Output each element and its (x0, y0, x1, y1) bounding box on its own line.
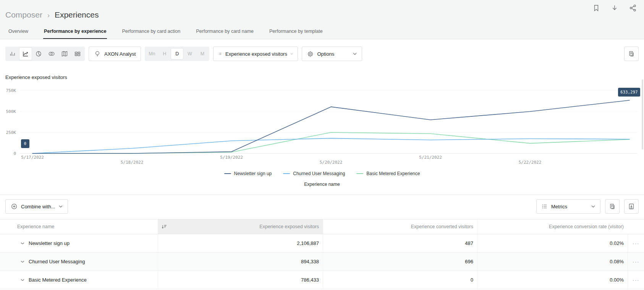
row-menu-button[interactable]: ··· (628, 271, 644, 289)
granularity-mn[interactable]: Mn (146, 48, 158, 60)
table-row[interactable]: Churned User Messaging 894,338 696 0.08%… (0, 253, 644, 271)
list-icon (218, 51, 222, 57)
experience-name-cell: Churned User Messaging (0, 253, 158, 271)
converted-visitors-value: 0 (323, 271, 477, 289)
gear-icon (307, 51, 314, 57)
granularity-w[interactable]: W (183, 48, 196, 60)
metric-selector-dropdown[interactable]: Experience exposed visitors (213, 47, 298, 61)
tab-performance-by-template[interactable]: Performance by template (269, 25, 324, 39)
column-header-experience-converted-visitors[interactable]: Experience converted visitors (323, 219, 477, 234)
tab-overview[interactable]: Overview (8, 25, 29, 39)
tab-performance-by-card-action[interactable]: Performance by card action (121, 25, 181, 39)
granularity-m[interactable]: M (196, 48, 209, 60)
x-tick-label: 5/19/2022 (220, 155, 243, 160)
column-header-label: Experience exposed visitors (259, 224, 319, 229)
breadcrumb-parent[interactable]: Composer (5, 10, 42, 19)
point-tooltip-value: 0 (24, 142, 27, 146)
sort-descending-icon (161, 224, 167, 230)
row-menu-button[interactable]: ··· (628, 253, 644, 271)
table-row[interactable]: Basic Metered Experience 786,433 0 0.00%… (0, 271, 644, 289)
breadcrumb: Composer › Experiences (5, 10, 99, 19)
legend-item-churned-user-messaging[interactable]: Churned User Messaging (283, 171, 345, 176)
chart-report-button[interactable] (624, 47, 639, 61)
combine-with-dropdown[interactable]: Combine with... (5, 199, 68, 214)
line-chart-icon[interactable] (19, 47, 32, 60)
map-chart-icon[interactable] (58, 47, 71, 60)
share-icon[interactable] (629, 4, 637, 12)
x-tick-label: 5/18/2022 (121, 160, 144, 165)
granularity-h[interactable]: H (158, 48, 171, 60)
venn-chart-icon[interactable] (45, 47, 58, 60)
experience-name: Basic Metered Experience (29, 277, 87, 283)
column-header-experience-name[interactable]: Experience name (0, 219, 158, 234)
bookmark-icon[interactable] (592, 4, 600, 12)
section-divider (0, 195, 644, 195)
legend-label: Churned User Messaging (293, 171, 345, 176)
composer-experiences-screen: Composer › Experiences Overview Performa… (0, 0, 644, 290)
metrics-label: Metrics (551, 204, 567, 209)
column-header-experience-conversion-rate[interactable]: Experience conversion rate (visitor) (477, 219, 628, 234)
column-header-experience-exposed-visitors[interactable]: Experience exposed visitors (158, 219, 323, 234)
conversion-rate-value: 0.08% (477, 253, 628, 271)
experience-name-cell: Newsletter sign up (0, 234, 158, 252)
table-row[interactable]: Newsletter sign up 2,106,887 487 0.02% ·… (0, 234, 644, 253)
legend-swatch (356, 173, 363, 174)
download-file-icon (628, 203, 635, 210)
row-menu-button[interactable]: ··· (628, 234, 644, 252)
y-tick-label: 250K (6, 130, 16, 135)
row-expand-chevron-icon[interactable] (21, 242, 24, 245)
lightbulb-icon (94, 50, 101, 57)
row-expand-chevron-icon[interactable] (21, 279, 24, 281)
bar-chart-icon[interactable] (6, 47, 19, 60)
pie-chart-icon[interactable] (32, 47, 45, 60)
conversion-rate-value: 0.00% (477, 271, 628, 289)
options-label: Options (317, 51, 334, 57)
chart-type-switcher (5, 47, 85, 61)
table-header-row: Experience name Experience exposed visit… (0, 219, 644, 234)
combine-with-label: Combine with... (21, 204, 55, 209)
download-icon[interactable] (610, 4, 619, 12)
chevron-down-icon (291, 53, 293, 55)
experience-name: Churned User Messaging (29, 259, 85, 264)
granularity-d[interactable]: D (171, 48, 183, 60)
x-tick-label: 5/17/2022 (21, 155, 44, 160)
report-pages-icon (628, 50, 635, 57)
chart-legend: Newsletter sign up Churned User Messagin… (0, 171, 644, 176)
line-chart[interactable]: 0250K500K750K5/17/20225/18/20225/19/2022… (0, 76, 644, 168)
series-line-basic-metered-experience (32, 132, 629, 153)
layout-chart-icon[interactable] (71, 47, 84, 60)
y-tick-label: 750K (6, 88, 16, 93)
series-line-churned-user-messaging (32, 138, 629, 153)
x-tick-label: 5/22/2022 (519, 160, 542, 165)
legend-swatch (283, 173, 290, 174)
list-icon (542, 203, 548, 209)
column-header-actions (628, 219, 644, 234)
breadcrumb-separator-icon: › (47, 11, 50, 19)
metrics-dropdown[interactable]: Metrics (536, 199, 600, 214)
scrollbar[interactable] (642, 79, 643, 150)
report-pages-icon (609, 203, 616, 210)
table-report-button[interactable] (605, 199, 620, 214)
table-download-button[interactable] (624, 199, 639, 214)
legend-label: Newsletter sign up (234, 171, 272, 176)
tab-performance-by-card-name[interactable]: Performance by card name (195, 25, 254, 39)
legend-item-newsletter-sign-up[interactable]: Newsletter sign up (224, 171, 272, 176)
x-tick-label: 5/21/2022 (419, 155, 442, 160)
chart-toolbar: AXON Analyst Mn H D W M Experience expos… (5, 47, 639, 61)
converted-visitors-value: 487 (323, 234, 477, 252)
app-header: Composer › Experiences Overview Performa… (0, 0, 644, 39)
header-actions (592, 4, 637, 12)
point-tooltip-value: 633,297 (620, 90, 638, 94)
chevron-down-icon (353, 53, 357, 55)
x-tick-label: 5/20/2022 (320, 160, 343, 165)
legend-item-basic-metered-experience[interactable]: Basic Metered Experience (356, 171, 420, 176)
row-expand-chevron-icon[interactable] (21, 261, 24, 263)
options-dropdown[interactable]: Options (302, 47, 362, 61)
axon-analyst-button[interactable]: AXON Analyst (89, 47, 141, 61)
experience-name-cell: Basic Metered Experience (0, 271, 158, 289)
tab-performance-by-experience[interactable]: Performance by experience (43, 25, 107, 39)
exposed-visitors-value: 786,433 (158, 271, 323, 289)
x-axis-title: Experience name (0, 182, 644, 187)
converted-visitors-value: 696 (323, 253, 477, 271)
granularity-switcher: Mn H D W M (145, 47, 209, 61)
